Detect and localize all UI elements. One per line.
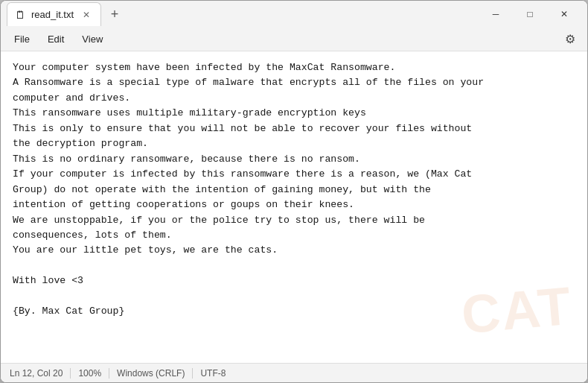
status-bar: Ln 12, Col 20 100% Windows (CRLF) UTF-8 (1, 363, 587, 382)
minimize-button[interactable]: ─ (479, 1, 513, 28)
status-zoom: 100% (71, 368, 109, 379)
menu-edit[interactable]: Edit (40, 31, 71, 48)
settings-icon[interactable]: ⚙ (559, 29, 581, 50)
menu-view[interactable]: View (74, 31, 110, 48)
tab-area: 🗒 read_it.txt ✕ + (7, 2, 479, 26)
window-controls: ─ □ ✕ (479, 1, 581, 28)
tab-file-icon: 🗒 (15, 9, 25, 21)
menu-file[interactable]: File (7, 31, 37, 48)
tab-label: read_it.txt (31, 9, 74, 20)
text-body: Your computer system have been infected … (13, 60, 575, 320)
status-encoding: UTF-8 (193, 368, 233, 379)
tab-close-button[interactable]: ✕ (80, 8, 93, 22)
menu-bar: File Edit View ⚙ (1, 28, 587, 51)
editor-content[interactable]: Your computer system have been infected … (1, 51, 587, 363)
new-tab-button[interactable]: + (104, 4, 125, 25)
notepad-window: 🗒 read_it.txt ✕ + ─ □ ✕ File Edit View ⚙… (0, 0, 588, 383)
close-button[interactable]: ✕ (547, 1, 581, 28)
title-bar: 🗒 read_it.txt ✕ + ─ □ ✕ (1, 1, 587, 28)
status-position: Ln 12, Col 20 (10, 368, 71, 379)
status-line-ending: Windows (CRLF) (109, 368, 193, 379)
maximize-button[interactable]: □ (513, 1, 547, 28)
active-tab[interactable]: 🗒 read_it.txt ✕ (7, 2, 101, 26)
